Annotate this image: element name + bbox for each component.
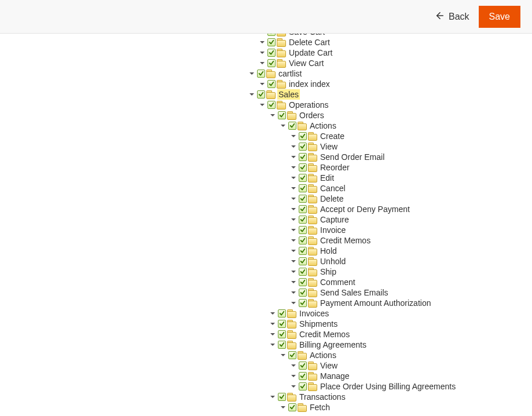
expand-toggle-icon[interactable] [259,60,265,66]
permission-checkbox[interactable] [299,184,307,192]
expand-toggle-icon[interactable] [291,185,296,191]
permission-checkbox[interactable] [299,247,307,255]
expand-toggle-icon[interactable] [291,373,296,379]
permission-checkbox[interactable] [278,320,286,328]
permission-checkbox[interactable] [267,101,276,109]
tree-node-label[interactable]: Send Sales Emails [319,287,390,298]
tree-node-label[interactable]: View [319,360,339,371]
tree-node-label[interactable]: Ship [319,267,337,277]
permission-checkbox[interactable] [278,330,286,338]
expand-toggle-icon[interactable] [249,92,255,97]
tree-node-label[interactable]: Fetch [309,402,331,413]
permission-checkbox[interactable] [267,59,276,67]
expand-toggle-icon[interactable] [291,384,296,389]
permission-checkbox[interactable] [299,257,307,265]
permission-checkbox[interactable] [299,278,307,286]
expand-toggle-icon[interactable] [291,165,296,170]
tree-node-label[interactable]: Accept or Deny Payment [319,204,411,214]
expand-toggle-icon[interactable] [270,112,276,118]
tree-node-label[interactable]: Invoice [319,225,347,235]
back-button[interactable]: Back [435,10,469,23]
tree-node-label[interactable]: Create [319,131,346,141]
tree-node-label[interactable]: Hold [319,246,338,256]
tree-node-label[interactable]: Capture [319,214,350,225]
expand-toggle-icon[interactable] [291,175,296,181]
expand-toggle-icon[interactable] [291,258,296,264]
expand-toggle-icon[interactable] [249,71,255,76]
permission-checkbox[interactable] [299,205,307,213]
permission-checkbox[interactable] [278,341,286,349]
permission-checkbox[interactable] [278,111,286,119]
expand-toggle-icon[interactable] [280,404,286,410]
permission-checkbox[interactable] [267,34,276,36]
expand-toggle-icon[interactable] [270,342,276,348]
permission-checkbox[interactable] [288,351,296,359]
permission-checkbox[interactable] [288,403,296,411]
tree-node-label[interactable]: Unhold [319,256,347,267]
tree-node-label[interactable]: Credit Memos [319,235,372,246]
permission-checkbox[interactable] [299,132,307,140]
expand-toggle-icon[interactable] [280,352,286,358]
permission-checkbox[interactable] [299,153,307,161]
permission-checkbox[interactable] [299,362,307,370]
expand-toggle-icon[interactable] [291,300,296,306]
expand-toggle-icon[interactable] [291,248,296,254]
tree-node-label[interactable]: Operations [288,100,329,110]
permission-checkbox[interactable] [257,70,265,78]
expand-toggle-icon[interactable] [291,269,296,275]
permission-checkbox[interactable] [278,309,286,318]
tree-node-label[interactable]: Sales [277,89,300,100]
tree-node-label[interactable]: Delete Cart [288,37,331,48]
tree-node-label[interactable]: View [319,141,339,152]
tree-node-label[interactable]: Reorder [319,162,351,173]
permission-checkbox[interactable] [288,122,296,130]
expand-toggle-icon[interactable] [291,227,296,233]
expand-toggle-icon[interactable] [291,217,296,222]
permission-checkbox[interactable] [299,299,307,307]
tree-node-label[interactable]: Actions [309,350,337,360]
permission-checkbox[interactable] [267,49,276,57]
expand-toggle-icon[interactable] [259,81,265,87]
permission-checkbox[interactable] [299,143,307,151]
expand-toggle-icon[interactable] [280,123,286,129]
expand-toggle-icon[interactable] [291,238,296,243]
expand-toggle-icon[interactable] [291,133,296,139]
expand-toggle-icon[interactable] [291,290,296,295]
tree-node-label[interactable]: Place Order Using Billing Agreements [319,381,457,392]
permission-checkbox[interactable] [299,236,307,245]
expand-toggle-icon[interactable] [270,394,276,400]
permission-checkbox[interactable] [299,216,307,224]
tree-node-label[interactable]: Invoices [298,308,330,319]
tree-node-label[interactable]: Send Order Email [319,152,386,162]
tree-node-label[interactable]: Shipments [298,319,339,329]
permission-checkbox[interactable] [299,195,307,203]
tree-node-label[interactable]: Cancel [319,183,347,194]
expand-toggle-icon[interactable] [270,311,276,316]
expand-toggle-icon[interactable] [259,39,265,45]
permission-checkbox[interactable] [299,289,307,297]
permission-checkbox[interactable] [257,90,265,98]
expand-toggle-icon[interactable] [259,102,265,108]
tree-node-label[interactable]: Actions [309,121,337,131]
tree-node-label[interactable]: Delete [319,194,344,204]
tree-node-label[interactable]: Manage [319,371,351,381]
tree-node-label[interactable]: Credit Memos [298,329,351,340]
permission-checkbox[interactable] [278,393,286,401]
expand-toggle-icon[interactable] [291,196,296,202]
tree-node-label[interactable]: Comment [319,277,357,287]
expand-toggle-icon[interactable] [259,50,265,56]
expand-toggle-icon[interactable] [291,363,296,368]
save-button[interactable]: Save [479,6,520,28]
expand-toggle-icon[interactable] [270,331,276,337]
permission-checkbox[interactable] [267,38,276,46]
permission-checkbox[interactable] [299,174,307,182]
tree-node-label[interactable]: Payment Amount Authorization [319,298,432,308]
tree-node-label[interactable]: Orders [298,110,325,121]
tree-node-label[interactable]: Transactions [298,392,347,402]
tree-node-label[interactable]: Edit [319,173,335,183]
expand-toggle-icon[interactable] [291,206,296,212]
expand-toggle-icon[interactable] [270,321,276,327]
tree-node-label[interactable]: cartlist [277,68,303,79]
permission-checkbox[interactable] [299,163,307,171]
expand-toggle-icon[interactable] [291,279,296,285]
